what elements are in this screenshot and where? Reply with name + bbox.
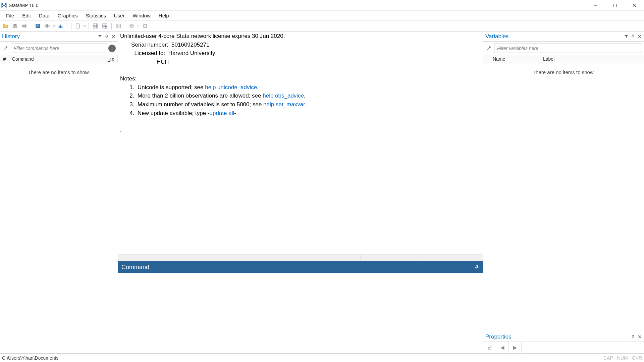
variables-pin-icon[interactable] bbox=[630, 34, 636, 40]
command-input[interactable] bbox=[118, 273, 483, 353]
data-editor-edit-icon[interactable] bbox=[91, 22, 100, 30]
history-filter-row: ! bbox=[0, 42, 118, 55]
help-unicode-advice-link[interactable]: help unicode_advice bbox=[205, 84, 257, 90]
history-filter-input[interactable] bbox=[11, 44, 107, 53]
num-indicator: NUM bbox=[617, 355, 628, 361]
svg-rect-7 bbox=[613, 4, 616, 7]
break-icon[interactable] bbox=[141, 22, 149, 30]
variables-filter-icon[interactable] bbox=[623, 34, 629, 40]
maximize-button[interactable] bbox=[605, 0, 625, 11]
dofile-editor-icon[interactable] bbox=[74, 22, 82, 30]
variables-col-name[interactable]: Name bbox=[490, 55, 540, 63]
viewer-dropdown-icon[interactable] bbox=[52, 22, 55, 30]
status-bar: C:\Users\Yihan\Documents CAP NUM OVR bbox=[0, 353, 644, 362]
svg-rect-1 bbox=[2, 3, 3, 5]
minimize-button[interactable] bbox=[586, 0, 605, 11]
save-icon[interactable] bbox=[11, 22, 19, 30]
svg-point-40 bbox=[129, 24, 134, 28]
variables-wrench-icon[interactable] bbox=[485, 45, 493, 52]
properties-header: Properties bbox=[483, 332, 644, 342]
more-icon[interactable] bbox=[127, 22, 136, 30]
variables-column-headers: Name Label bbox=[483, 55, 644, 63]
menu-user[interactable]: User bbox=[110, 11, 129, 20]
variables-close-icon[interactable] bbox=[637, 34, 643, 40]
serial-value: 501609205271 bbox=[171, 42, 209, 48]
svg-rect-18 bbox=[37, 26, 38, 27]
history-pin-icon[interactable] bbox=[104, 34, 110, 40]
svg-point-20 bbox=[46, 25, 48, 27]
properties-toolbar: ◀ ▶ bbox=[483, 342, 644, 353]
properties-next-icon[interactable]: ▶ bbox=[509, 343, 522, 353]
help-set-maxvar-link[interactable]: help set_maxvar bbox=[263, 101, 305, 108]
properties-pin-icon[interactable] bbox=[630, 334, 636, 340]
licensed-value: Harvard University bbox=[168, 50, 215, 56]
note3-pre: 3. Maximum number of variables is set to… bbox=[120, 101, 263, 108]
variables-filter-input[interactable] bbox=[494, 44, 642, 53]
svg-rect-21 bbox=[59, 26, 60, 28]
print-icon[interactable] bbox=[20, 22, 29, 30]
variables-col-blank[interactable] bbox=[483, 55, 490, 63]
properties-close-icon[interactable] bbox=[637, 334, 643, 340]
variables-pane: Variables Name Label There are no items … bbox=[483, 32, 644, 332]
menu-edit[interactable]: Edit bbox=[18, 11, 35, 20]
help-obs-advice-link[interactable]: help obs_advice bbox=[263, 93, 304, 99]
svg-rect-2 bbox=[5, 3, 6, 5]
stata-app-icon bbox=[1, 3, 7, 8]
viewer-icon[interactable] bbox=[43, 22, 51, 30]
results-window[interactable]: Unlimited-user 4-core Stata network lice… bbox=[118, 32, 483, 254]
svg-rect-25 bbox=[93, 24, 98, 28]
svg-rect-11 bbox=[14, 24, 16, 26]
menu-help[interactable]: Help bbox=[155, 11, 173, 20]
close-button[interactable] bbox=[625, 0, 644, 11]
menu-file[interactable]: File bbox=[2, 11, 18, 20]
command-header: Command bbox=[118, 261, 483, 273]
results-content: Unlimited-user 4-core Stata network lice… bbox=[118, 32, 483, 135]
window-title: Stata/MP 16.0 bbox=[9, 3, 38, 8]
data-editor-browse-icon[interactable] bbox=[101, 22, 109, 30]
update-all-link[interactable]: update all bbox=[209, 110, 234, 116]
svg-rect-16 bbox=[37, 25, 39, 25]
variables-manager-icon[interactable] bbox=[114, 22, 122, 30]
graph-icon[interactable] bbox=[56, 22, 65, 30]
svg-rect-22 bbox=[60, 25, 61, 28]
variables-title: Variables bbox=[485, 33, 623, 40]
properties-lock-icon[interactable] bbox=[483, 343, 496, 353]
title-bar: Stata/MP 16.0 bbox=[0, 0, 644, 11]
notes-label: Notes: bbox=[120, 75, 137, 82]
toolbar bbox=[0, 21, 644, 32]
results-status-cells bbox=[118, 254, 483, 261]
more-dropdown-icon[interactable] bbox=[136, 22, 140, 30]
open-icon[interactable] bbox=[1, 22, 10, 30]
status-cell-3 bbox=[422, 254, 483, 261]
menu-graphics[interactable]: Graphics bbox=[54, 11, 82, 20]
wrench-icon[interactable] bbox=[2, 45, 9, 52]
history-title: History bbox=[2, 33, 97, 40]
svg-rect-24 bbox=[76, 24, 79, 28]
svg-rect-13 bbox=[23, 24, 26, 25]
note2-post: . bbox=[304, 93, 306, 99]
log-icon[interactable] bbox=[34, 22, 42, 30]
properties-prev-icon[interactable]: ◀ bbox=[496, 343, 509, 353]
variables-filter-row bbox=[483, 42, 644, 55]
history-empty-message: There are no items to show. bbox=[0, 63, 118, 81]
variables-col-label[interactable]: Label bbox=[540, 55, 644, 63]
status-cell-2 bbox=[361, 254, 422, 261]
history-column-headers: # Command _rc bbox=[0, 55, 118, 63]
note2-pre: 2. More than 2 billion observations are … bbox=[120, 93, 263, 99]
svg-rect-5 bbox=[5, 6, 6, 7]
right-pane: Variables Name Label There are no items … bbox=[483, 32, 644, 353]
licensed-line2: HUIT bbox=[120, 59, 170, 65]
history-info-icon[interactable]: ! bbox=[108, 45, 116, 52]
history-close-icon[interactable] bbox=[110, 34, 116, 40]
graph-dropdown-icon[interactable] bbox=[65, 22, 69, 30]
history-filter-icon[interactable] bbox=[97, 34, 103, 40]
history-col-command[interactable]: Command bbox=[9, 55, 105, 63]
history-col-rc[interactable]: _rc bbox=[105, 55, 118, 63]
menu-statistics[interactable]: Statistics bbox=[82, 11, 110, 20]
license-line: Unlimited-user 4-core Stata network lice… bbox=[120, 33, 285, 39]
history-col-hash[interactable]: # bbox=[0, 55, 9, 63]
menu-data[interactable]: Data bbox=[35, 11, 54, 20]
dofile-dropdown-icon[interactable] bbox=[83, 22, 86, 30]
menu-window[interactable]: Window bbox=[128, 11, 154, 20]
command-pin-icon[interactable] bbox=[474, 264, 480, 270]
